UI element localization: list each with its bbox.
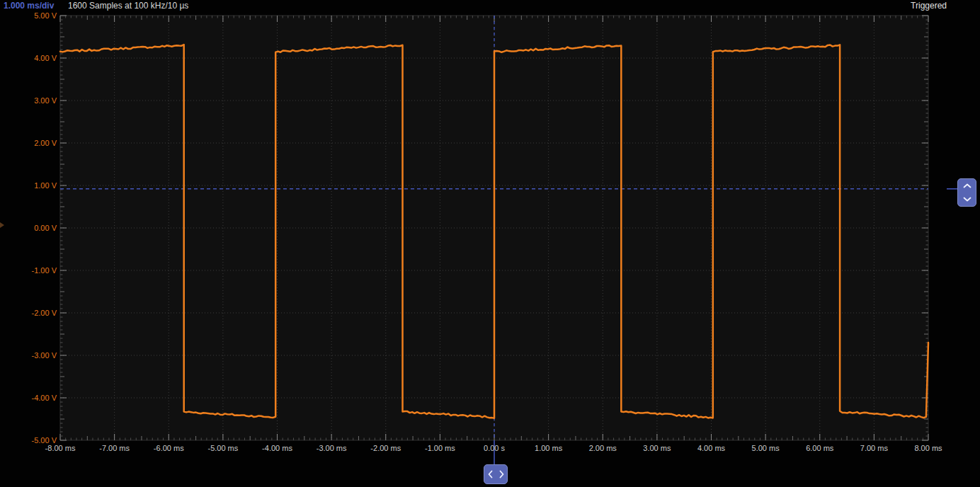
x-axis-tick-label: 1.00 ms [535,444,562,453]
y-axis-tick-label: -4.00 V [0,394,57,403]
chevron-left-icon [488,470,493,479]
x-axis-tick-label: 0.00 s [484,444,505,453]
y-axis-tick-label: 0.00 V [0,224,57,233]
chevron-down-icon [963,197,972,202]
x-axis-tick-label: 2.00 ms [589,444,617,453]
trigger-position-widget[interactable] [484,464,508,484]
x-axis-tick-label: -6.00 ms [154,444,184,453]
trigger-level-up-button[interactable] [958,179,976,193]
x-axis-tick-label: 6.00 ms [806,444,833,453]
x-axis-tick-label: -3.00 ms [317,444,347,453]
channel-offset-marker-icon[interactable] [0,222,4,228]
y-axis-tick-label: 5.00 V [0,11,57,21]
y-axis-tick-label: -2.00 V [0,309,57,318]
x-axis-tick-label: -8.00 ms [45,444,76,453]
x-axis-tick-label: 3.00 ms [643,444,671,453]
x-axis-tick-label: -4.00 ms [262,444,292,453]
x-axis-tick-label: 4.00 ms [697,444,725,453]
y-axis-tick-label: 1.00 V [0,181,57,190]
trigger-position-right-button[interactable] [496,465,507,483]
scope-plot-canvas[interactable] [0,0,980,487]
y-axis-tick-label: 3.00 V [0,96,57,105]
x-axis-tick-label: 7.00 ms [860,444,888,453]
x-axis-tick-label: -2.00 ms [370,444,401,453]
y-axis-tick-label: 2.00 V [0,139,57,148]
chevron-right-icon [499,470,504,479]
x-axis-tick-label: -1.00 ms [425,444,455,453]
x-axis-tick-label: 5.00 ms [752,444,780,453]
trigger-level-down-button[interactable] [958,193,976,206]
y-axis-tick-label: -3.00 V [0,351,57,360]
x-axis-tick-label: -5.00 ms [207,444,238,453]
trigger-level-widget[interactable] [957,178,976,207]
y-axis-tick-label: -1.00 V [0,266,57,275]
trigger-position-left-button[interactable] [484,465,496,483]
x-axis-tick-label: 8.00 ms [914,444,942,453]
x-axis-tick-label: -7.00 ms [99,444,130,453]
chevron-up-icon [963,183,972,188]
y-axis-tick-label: 4.00 V [0,54,57,63]
